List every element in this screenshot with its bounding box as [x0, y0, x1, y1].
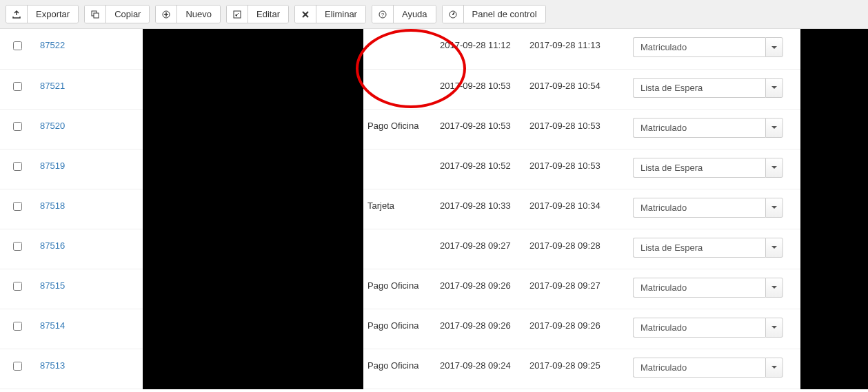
close-icon[interactable]: [295, 6, 316, 23]
status-select[interactable]: Matriculado: [633, 318, 783, 338]
created-date: 2017-09-28 10:52: [440, 149, 518, 171]
created-date: 2017-09-28 10:33: [440, 189, 518, 211]
status-select[interactable]: Matriculado: [633, 358, 783, 378]
new-label[interactable]: Nuevo: [177, 6, 220, 23]
created-date: 2017-09-28 09:27: [440, 229, 518, 251]
svg-point-7: [452, 14, 454, 15]
dashboard-label[interactable]: Panel de control: [464, 6, 545, 23]
payment-method: [367, 229, 429, 240]
edit-icon[interactable]: [227, 6, 248, 23]
export-button[interactable]: Exportar: [6, 5, 79, 23]
new-button[interactable]: Nuevo: [155, 5, 221, 23]
edit-button[interactable]: Editar: [226, 5, 289, 23]
export-icon[interactable]: [6, 6, 28, 23]
payment-method: Pago Oficina: [367, 269, 429, 291]
row-checkbox[interactable]: [13, 82, 22, 91]
payment-method: Tarjeta: [367, 189, 429, 211]
row-checkbox[interactable]: [13, 122, 22, 131]
copy-label[interactable]: Copiar: [106, 6, 149, 23]
row-id-link[interactable]: 87519: [40, 161, 65, 171]
row-id-link[interactable]: 87520: [40, 121, 65, 131]
modified-date: 2017-09-28 09:28: [529, 229, 622, 251]
row-id-link[interactable]: 87522: [40, 40, 65, 50]
row-checkbox[interactable]: [13, 322, 22, 331]
row-id-link[interactable]: 87516: [40, 240, 65, 251]
chevron-down-icon[interactable]: [765, 238, 783, 258]
modified-date: 2017-09-28 11:13: [529, 29, 622, 50]
status-select[interactable]: Lista de Espera: [633, 238, 783, 258]
modified-date: 2017-09-28 10:54: [529, 70, 622, 91]
modified-date: 2017-09-28 09:25: [529, 349, 622, 371]
table-row: 87515Pago Oficina2017-09-28 09:262017-09…: [0, 269, 868, 309]
status-select[interactable]: Matriculado: [633, 198, 783, 218]
chevron-down-icon[interactable]: [765, 198, 783, 218]
row-checkbox[interactable]: [13, 202, 22, 211]
table-row: 875192017-09-28 10:522017-09-28 10:53Lis…: [0, 149, 868, 189]
redacted-region-left: [143, 29, 363, 389]
copy-icon[interactable]: [85, 6, 106, 23]
chevron-down-icon[interactable]: [765, 158, 783, 178]
status-select[interactable]: Lista de Espera: [633, 78, 783, 98]
payment-method: Pago Oficina: [367, 309, 429, 331]
modified-date: 2017-09-28 10:53: [529, 110, 622, 131]
help-button[interactable]: ? Ayuda: [372, 5, 436, 23]
status-value[interactable]: Matriculado: [633, 278, 765, 298]
table-row: 87513Pago Oficina2017-09-28 09:242017-09…: [0, 349, 868, 389]
payment-method: Pago Oficina: [367, 349, 429, 371]
status-value[interactable]: Matriculado: [633, 198, 765, 218]
modified-date: 2017-09-28 10:53: [529, 149, 622, 171]
chevron-down-icon[interactable]: [765, 118, 783, 138]
chevron-down-icon[interactable]: [765, 37, 783, 57]
table-row: 87514Pago Oficina2017-09-28 09:262017-09…: [0, 309, 868, 349]
row-checkbox[interactable]: [13, 362, 22, 371]
table-row: 875212017-09-28 10:532017-09-28 10:54Lis…: [0, 69, 868, 109]
status-value[interactable]: Matriculado: [633, 358, 765, 378]
help-label[interactable]: Ayuda: [394, 6, 436, 23]
row-checkbox[interactable]: [13, 242, 22, 251]
status-select[interactable]: Matriculado: [633, 118, 783, 138]
row-checkbox[interactable]: [13, 41, 22, 50]
status-value[interactable]: Lista de Espera: [633, 158, 765, 178]
toolbar: Exportar Copiar Nuevo Editar Eliminar ? …: [0, 0, 868, 29]
chevron-down-icon[interactable]: [765, 318, 783, 338]
created-date: 2017-09-28 09:26: [440, 269, 518, 291]
row-checkbox[interactable]: [13, 282, 22, 291]
table-row: 87520Pago Oficina2017-09-28 10:532017-09…: [0, 109, 868, 149]
row-id-link[interactable]: 87515: [40, 280, 65, 291]
created-date: 2017-09-28 10:53: [440, 70, 518, 91]
chevron-down-icon[interactable]: [765, 78, 783, 98]
table-row: 875162017-09-28 09:272017-09-28 09:28Lis…: [0, 229, 868, 269]
edit-label[interactable]: Editar: [248, 6, 288, 23]
svg-rect-1: [94, 13, 99, 18]
status-value[interactable]: Matriculado: [633, 318, 765, 338]
table-row: 87518Tarjeta2017-09-28 10:332017-09-28 1…: [0, 189, 868, 229]
row-id-link[interactable]: 87513: [40, 360, 65, 371]
created-date: 2017-09-28 09:26: [440, 309, 518, 331]
modified-date: 2017-09-28 09:27: [529, 269, 622, 291]
row-checkbox[interactable]: [13, 162, 22, 171]
redacted-region-right: [800, 29, 868, 389]
delete-button[interactable]: Eliminar: [294, 5, 366, 23]
status-select[interactable]: Lista de Espera: [633, 158, 783, 178]
modified-date: 2017-09-28 09:26: [529, 309, 622, 331]
created-date: 2017-09-28 09:24: [440, 349, 518, 371]
dashboard-icon[interactable]: [443, 6, 464, 23]
status-value[interactable]: Lista de Espera: [633, 238, 765, 258]
row-id-link[interactable]: 87514: [40, 320, 65, 331]
row-id-link[interactable]: 87518: [40, 200, 65, 211]
status-value[interactable]: Lista de Espera: [633, 78, 765, 98]
copy-button[interactable]: Copiar: [84, 5, 150, 23]
status-select[interactable]: Matriculado: [633, 37, 783, 57]
plus-icon[interactable]: [156, 6, 177, 23]
status-value[interactable]: Matriculado: [633, 37, 765, 57]
delete-label[interactable]: Eliminar: [316, 6, 365, 23]
payment-method: [367, 29, 429, 40]
dashboard-button[interactable]: Panel de control: [442, 5, 546, 23]
row-id-link[interactable]: 87521: [40, 81, 65, 91]
export-label[interactable]: Exportar: [28, 6, 78, 23]
chevron-down-icon[interactable]: [765, 278, 783, 298]
chevron-down-icon[interactable]: [765, 358, 783, 378]
help-icon[interactable]: ?: [372, 6, 394, 23]
status-select[interactable]: Matriculado: [633, 278, 783, 298]
status-value[interactable]: Matriculado: [633, 118, 765, 138]
